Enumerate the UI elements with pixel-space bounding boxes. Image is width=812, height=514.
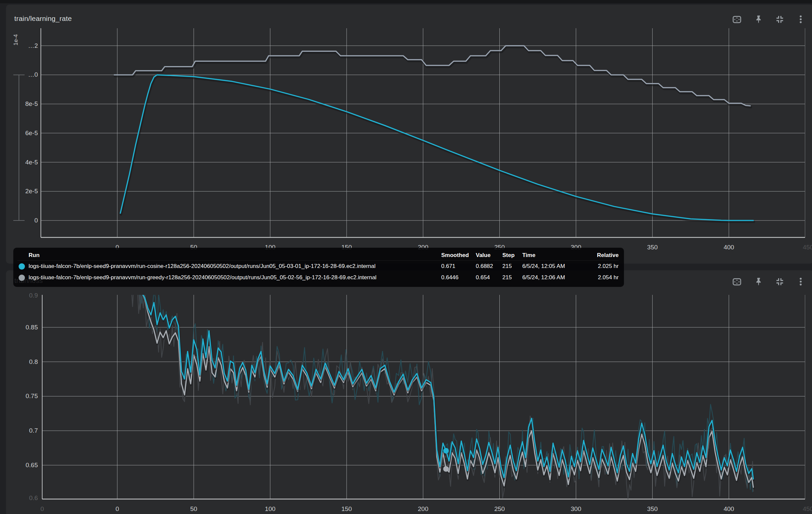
y-tick-label: 0.65 bbox=[0, 461, 38, 469]
collapse-icon bbox=[775, 277, 785, 286]
x-tick-label: 400 bbox=[724, 505, 734, 513]
x-tick-label: 250 bbox=[494, 505, 505, 513]
y-tick-label-faint: 0.6 bbox=[0, 494, 38, 502]
fullscreen-icon bbox=[732, 277, 742, 286]
step: 215 bbox=[502, 263, 522, 270]
y-tick-label-faint: 0.9 bbox=[0, 292, 38, 299]
y-tick-label: 0.75 bbox=[0, 392, 38, 400]
relative-time: 2.025 hr bbox=[585, 263, 619, 270]
tooltip-col-step: Step bbox=[502, 252, 522, 259]
y-tick-label: 0.85 bbox=[0, 324, 38, 331]
series-color-dot-greedy bbox=[19, 275, 25, 281]
panel-loss bbox=[6, 270, 812, 514]
top-strip bbox=[0, 0, 812, 3]
x-tick-label: 300 bbox=[571, 505, 581, 513]
y-tick-label: 0.8 bbox=[0, 358, 38, 366]
tooltip-col-run: Run bbox=[29, 252, 441, 259]
panel-learning-rate bbox=[6, 5, 812, 264]
value: 0.654 bbox=[476, 274, 502, 281]
y-tick-label: 4e-5 bbox=[0, 159, 38, 166]
tooltip-col-value: Value bbox=[476, 252, 502, 259]
run-name: logs-tiiuae-falcon-7b/enlp-seed9-pranavv… bbox=[29, 263, 441, 270]
dashboard: train/learning_rate train/loss 1e-4 Run … bbox=[0, 0, 812, 514]
pin-icon bbox=[754, 277, 763, 286]
x-tick-label: 50 bbox=[191, 505, 197, 513]
x-tick-label: 0 bbox=[116, 505, 119, 513]
x-tick-label-clipped: 450 bbox=[803, 244, 812, 251]
kebab-menu-button-loss[interactable] bbox=[795, 276, 807, 288]
tooltip-col-smoothed: Smoothed bbox=[441, 252, 476, 259]
x-tick-label: 200 bbox=[418, 505, 429, 513]
y-tick-label: …0 bbox=[0, 71, 38, 78]
x-tick-label: 100 bbox=[265, 505, 276, 513]
x-tick-label: 350 bbox=[647, 505, 658, 513]
collapse-button-lr[interactable] bbox=[774, 13, 786, 25]
tooltip-row-greedy: logs-tiiuae-falcon-7b/enlp-seed9-pranavv… bbox=[17, 272, 619, 283]
time: 6/5/24, 12:06 AM bbox=[522, 274, 585, 281]
time: 6/5/24, 12:05 AM bbox=[522, 263, 585, 270]
fullscreen-icon bbox=[732, 14, 742, 24]
smoothed-value: 0.671 bbox=[441, 263, 476, 270]
relative-time: 2.054 hr bbox=[585, 274, 619, 281]
fullscreen-button-loss[interactable] bbox=[731, 276, 743, 288]
run-name: logs-tiiuae-falcon-7b/enlp-seed9-pranavv… bbox=[29, 274, 441, 281]
tooltip-header: Run Smoothed Value Step Time Relative bbox=[17, 250, 619, 261]
smoothed-value: 0.6446 bbox=[441, 274, 476, 281]
collapse-icon bbox=[775, 14, 785, 24]
tooltip-col-relative: Relative bbox=[585, 252, 619, 259]
y-tick-label: …2 bbox=[0, 42, 38, 50]
tooltip-row-cosine: logs-tiiuae-falcon-7b/enlp-seed9-pranavv… bbox=[17, 261, 619, 272]
kebab-menu-icon bbox=[796, 14, 806, 24]
panel-title-learning-rate: train/learning_rate bbox=[14, 14, 72, 23]
x-tick-label: 400 bbox=[724, 244, 734, 251]
y-tick-label: 0.7 bbox=[0, 427, 38, 434]
pin-button-loss[interactable] bbox=[753, 276, 764, 288]
tooltip-col-time: Time bbox=[522, 252, 585, 259]
y-tick-label: 2e-5 bbox=[0, 188, 38, 195]
step: 215 bbox=[502, 274, 522, 281]
value: 0.6882 bbox=[476, 263, 502, 270]
x-tick-label-clipped: 450 bbox=[803, 505, 812, 513]
y-tick-label: 8e-5 bbox=[0, 100, 38, 108]
pin-icon bbox=[754, 14, 763, 24]
x-tick-label: 350 bbox=[647, 244, 658, 251]
x-tick-label: 150 bbox=[341, 505, 352, 513]
x-tick-label-faint: 0 bbox=[40, 505, 44, 513]
series-color-dot-cosine bbox=[19, 263, 25, 270]
y-tick-label: 6e-5 bbox=[0, 129, 38, 137]
kebab-menu-icon bbox=[796, 277, 806, 286]
hover-tooltip: Run Smoothed Value Step Time Relative lo… bbox=[13, 248, 624, 287]
collapse-button-loss[interactable] bbox=[774, 276, 786, 288]
pin-button-lr[interactable] bbox=[753, 13, 764, 25]
fullscreen-button-lr[interactable] bbox=[731, 13, 743, 25]
y-tick-label: 0 bbox=[0, 217, 38, 224]
kebab-menu-button-lr[interactable] bbox=[795, 13, 807, 25]
